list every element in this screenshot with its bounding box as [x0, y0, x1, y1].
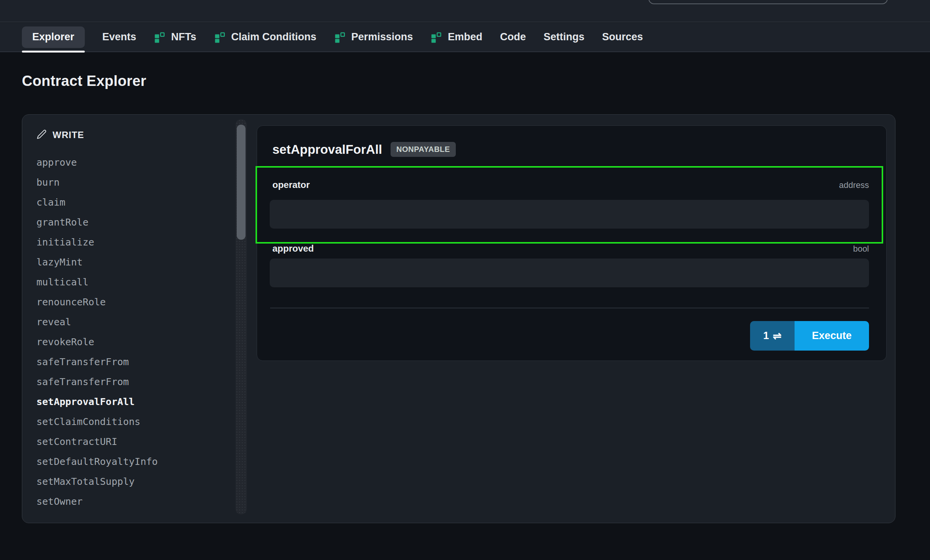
pencil-icon: [36, 129, 47, 141]
tab-label: Embed: [448, 31, 482, 43]
modules-icon: [214, 31, 226, 43]
function-item-multicall[interactable]: multicall: [36, 272, 233, 292]
tab-label: Settings: [544, 31, 585, 43]
top-strip: [0, 0, 930, 22]
tab-events[interactable]: Events: [102, 26, 137, 48]
tab-label: Code: [500, 31, 526, 43]
operator-field-label: operator: [272, 180, 310, 190]
modules-icon: [430, 31, 442, 43]
function-item-setClaimConditions[interactable]: setClaimConditions: [36, 412, 233, 432]
operator-field-type: address: [839, 180, 869, 190]
function-item-setDefaultRoyaltyInfo[interactable]: setDefaultRoyaltyInfo: [36, 452, 233, 472]
function-detail-card: setApprovalForAll NONPAYABLE operator ad…: [257, 125, 887, 361]
card-divider: [270, 308, 869, 308]
function-item-reveal[interactable]: reveal: [36, 312, 233, 332]
modules-icon: [154, 31, 165, 43]
function-list: WRITE approveburnclaimgrantRoleinitializ…: [22, 115, 233, 512]
mutability-badge: NONPAYABLE: [391, 142, 456, 157]
function-item-burn[interactable]: burn: [36, 173, 233, 193]
function-title-row: setApprovalForAll NONPAYABLE: [272, 142, 456, 157]
execute-button[interactable]: Execute: [795, 321, 869, 351]
cutoff-card-edge: [648, 0, 888, 4]
tab-embed[interactable]: Embed: [430, 26, 482, 48]
approved-field-type: bool: [853, 244, 869, 254]
tab-label: Sources: [602, 31, 643, 43]
modules-icon: [334, 31, 346, 43]
write-section-header: WRITE: [36, 128, 233, 142]
operator-input[interactable]: [270, 200, 869, 229]
operator-label-row: operator address: [272, 180, 869, 190]
sidebar-scrollbar-track[interactable]: [236, 119, 247, 514]
tab-settings[interactable]: Settings: [544, 26, 585, 48]
tab-bar: ExplorerEventsNFTsClaim ConditionsPermis…: [0, 23, 930, 52]
approved-input[interactable]: [270, 259, 869, 287]
page-title: Contract Explorer: [22, 73, 146, 89]
transaction-count-button[interactable]: 1 ⇌: [750, 321, 795, 351]
function-item-setOwner[interactable]: setOwner: [36, 492, 233, 512]
tab-claim-conditions[interactable]: Claim Conditions: [214, 26, 317, 48]
approved-label-row: approved bool: [272, 243, 869, 254]
function-item-lazyMint[interactable]: lazyMint: [36, 252, 233, 272]
function-item-approve[interactable]: approve: [36, 153, 233, 173]
tab-permissions[interactable]: Permissions: [334, 26, 413, 48]
function-item-setMaxTotalSupply[interactable]: setMaxTotalSupply: [36, 472, 233, 492]
tab-nfts[interactable]: NFTs: [154, 26, 196, 48]
function-name-title: setApprovalForAll: [272, 142, 382, 157]
tab-explorer[interactable]: Explorer: [22, 26, 85, 48]
function-item-initialize[interactable]: initialize: [36, 232, 233, 252]
function-item-grantRole[interactable]: grantRole: [36, 212, 233, 232]
function-item-claim[interactable]: claim: [36, 193, 233, 212]
swap-arrows-icon: ⇌: [773, 330, 782, 342]
tab-label: Events: [102, 31, 137, 43]
transaction-count: 1: [763, 330, 769, 342]
function-item-setContractURI[interactable]: setContractURI: [36, 432, 233, 452]
tab-code[interactable]: Code: [500, 26, 526, 48]
contract-dashboard: ExplorerEventsNFTsClaim ConditionsPermis…: [0, 0, 930, 560]
approved-field-label: approved: [272, 243, 314, 254]
function-item-safeTransferFrom[interactable]: safeTransferFrom: [36, 352, 233, 372]
sidebar-scrollbar-thumb[interactable]: [237, 125, 246, 240]
function-item-renounceRole[interactable]: renounceRole: [36, 292, 233, 312]
function-items: approveburnclaimgrantRoleinitializelazyM…: [36, 153, 233, 512]
explorer-panel: WRITE approveburnclaimgrantRoleinitializ…: [22, 114, 895, 523]
tab-label: Explorer: [32, 31, 74, 43]
function-item-revokeRole[interactable]: revokeRole: [36, 332, 233, 352]
write-section-label: WRITE: [53, 130, 84, 140]
tab-sources[interactable]: Sources: [602, 26, 643, 48]
tab-label: Claim Conditions: [231, 31, 317, 43]
function-item-setApprovalForAll[interactable]: setApprovalForAll: [36, 392, 233, 412]
tab-label: Permissions: [351, 31, 413, 43]
tab-label: NFTs: [171, 31, 196, 43]
execute-button-group: 1 ⇌ Execute: [750, 321, 869, 351]
function-item-safeTransferFrom[interactable]: safeTransferFrom: [36, 372, 233, 392]
